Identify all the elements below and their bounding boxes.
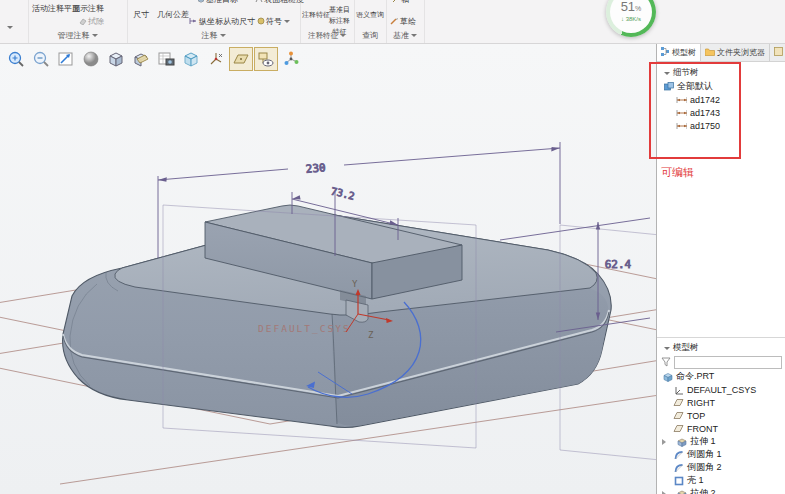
active-annotation-plane-button[interactable]: 活动注释平面 (32, 3, 68, 14)
spin-center-button[interactable] (279, 47, 303, 71)
tab-folder-browser[interactable]: 文件夹浏览器 (701, 44, 770, 61)
ordinate-dimension-icon (189, 17, 198, 28)
folder-icon (705, 48, 715, 58)
ribbon-group-annotate: 尺寸 几何公差 基准目标 纵坐标从动尺寸 表面粗糙度 符号 注释 (127, 0, 301, 43)
group-label-annotation-feature[interactable]: 注释特征 (300, 30, 354, 42)
ribbon-group-datum: 轴 草绘 基准 (386, 0, 425, 43)
dim-length-text: 230 (305, 161, 326, 176)
chevron-down-icon[interactable] (5, 16, 17, 28)
model-tree-item-round[interactable]: 倒圆角 1 (657, 448, 785, 461)
datum-axis-button[interactable]: 轴 (392, 0, 409, 7)
model-tree-item-round[interactable]: 倒圆角 2 (657, 461, 785, 474)
ribbon-group-annotation-feature: 注释特征 基准目标注释特征 注释特征 (300, 0, 355, 43)
3d-model-scene[interactable]: DEFAULT_CSYS Y Z 230 (0, 44, 656, 494)
axis-z-label: Z (368, 330, 374, 340)
zoom-in-button[interactable] (4, 47, 28, 71)
model-tree-item-extrude[interactable]: 拉伸 2 (657, 487, 785, 494)
graphics-toolbar (4, 47, 303, 71)
ribbon: 活动注释平面 显示注释 拭除 管理注释 尺寸 几何公差 基准目标 纵坐标从动尺寸… (0, 0, 785, 44)
favorites-icon (774, 47, 783, 58)
group-label-annotate[interactable]: 注释 (127, 30, 300, 42)
graphics-viewport[interactable]: DEFAULT_CSYS Y Z 230 (0, 44, 656, 494)
gtol-button[interactable]: 几何公差 (157, 9, 189, 20)
display-style-button[interactable] (104, 47, 128, 71)
down-arrow-icon: ↓ (621, 16, 624, 22)
view-manager-button[interactable] (179, 47, 203, 71)
chevron-down-icon (411, 34, 417, 37)
extrude-icon (676, 489, 687, 494)
model-tree-item-extrude[interactable]: 拉伸 1 (657, 435, 785, 448)
model-tree-item-plane[interactable]: FRONT (657, 422, 785, 435)
chevron-down-icon (284, 20, 290, 23)
axis-y-label: Y (352, 279, 358, 289)
model-tree-item-plane[interactable]: TOP (657, 409, 785, 422)
section-view-button[interactable] (129, 47, 153, 71)
progress-percent: 51% (610, 0, 652, 15)
semantic-query-button[interactable]: 语义查询 (356, 9, 384, 20)
eraser-icon (78, 17, 87, 28)
datum-display-filter-button[interactable] (204, 47, 228, 71)
red-annotation-box (649, 62, 741, 159)
model-tree-item-part[interactable]: 命令.PRT (657, 370, 785, 383)
plane-display-button[interactable] (229, 47, 253, 71)
chevron-down-icon (220, 34, 226, 37)
sketch-button[interactable]: 草绘 (390, 16, 416, 28)
group-label-manage-annotations[interactable]: 管理注释 (28, 30, 127, 42)
render-style-button[interactable] (79, 47, 103, 71)
expand-icon[interactable] (662, 439, 666, 445)
surface-finish-button[interactable]: 表面粗糙度 (255, 0, 304, 7)
sketch-icon (390, 17, 399, 28)
dim-width-text: 73.2 (330, 185, 356, 201)
erase-button[interactable]: 拭除 (78, 16, 104, 28)
csys-label: DEFAULT_CSYS (258, 323, 351, 334)
collapse-icon (664, 347, 670, 350)
model-tree-item-plane[interactable]: RIGHT (657, 396, 785, 409)
filter-input[interactable] (674, 356, 782, 369)
model-tree-filter (657, 355, 785, 370)
csys-icon (673, 385, 684, 395)
surface-finish-icon (255, 0, 263, 8)
group-label-query[interactable]: 查询 (354, 30, 386, 42)
ordinate-dimension-button[interactable]: 纵坐标从动尺寸 (189, 16, 255, 28)
symbol-button[interactable]: 符号 (257, 16, 290, 28)
chevron-down-icon (92, 34, 98, 37)
model-tree-item-shell[interactable]: 壳 1 (657, 474, 785, 487)
application-window: 活动注释平面 显示注释 拭除 管理注释 尺寸 几何公差 基准目标 纵坐标从动尺寸… (0, 0, 785, 494)
ribbon-group-manage-annotations: 活动注释平面 显示注释 拭除 管理注释 (28, 0, 128, 43)
ribbon-group-query: 语义查询 查询 (354, 0, 387, 43)
zoom-out-button[interactable] (29, 47, 53, 71)
red-annotation-note: 可编辑 (661, 165, 694, 180)
dimension-button[interactable]: 尺寸 (133, 9, 149, 20)
part-icon (662, 372, 673, 382)
shell-icon (673, 476, 684, 486)
refit-button[interactable] (54, 47, 78, 71)
navigator-tabs: 模型树 文件夹浏览器 收藏夹 (657, 44, 785, 62)
chevron-down-icon (340, 34, 346, 37)
tab-favorites[interactable]: 收藏夹 (770, 44, 785, 61)
datum-plane-icon (673, 398, 684, 407)
download-speed: ↓ 38K/s (610, 15, 652, 23)
dim-height-text: 62.4 (605, 258, 632, 271)
extrude-icon (676, 437, 687, 447)
show-annotations-button[interactable]: 显示注释 (72, 3, 104, 14)
round-icon (673, 450, 684, 460)
symbol-icon (257, 17, 265, 28)
model-tree-tab-icon (661, 47, 670, 58)
group-label-datum[interactable]: 基准 (386, 30, 424, 42)
filter-funnel-icon (661, 357, 671, 369)
saved-views-button[interactable] (154, 47, 178, 71)
axis-icon (392, 0, 400, 8)
datum-plane-icon (673, 411, 684, 420)
model-tree-header[interactable]: 模型树 (657, 341, 785, 355)
round-icon (673, 463, 684, 473)
expand-icon[interactable] (662, 491, 666, 494)
annotation-display-button[interactable] (254, 47, 278, 71)
tab-model-tree[interactable]: 模型树 (657, 44, 701, 61)
datum-target-button[interactable]: 基准目标 (197, 0, 238, 7)
model-tree-section: 模型树 命令.PRT DEFAULT_CSYS RIGHT TOP (657, 338, 785, 494)
model-tree-item-csys[interactable]: DEFAULT_CSYS (657, 383, 785, 396)
datum-plane-icon (673, 424, 684, 433)
ribbon-group-cut (0, 0, 29, 43)
datum-target-icon (197, 0, 205, 8)
